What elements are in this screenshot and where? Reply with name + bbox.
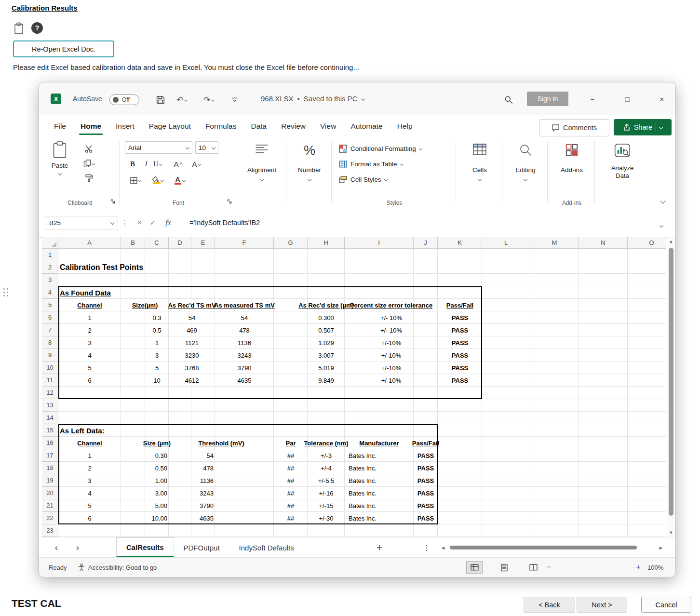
ribbon-tab-data[interactable]: Data	[243, 115, 274, 137]
addins-button[interactable]: Add-ins	[550, 137, 593, 209]
redo-icon[interactable]: ↷	[202, 94, 215, 106]
sheet-cell-H8[interactable]: 1.029	[308, 336, 345, 349]
sheet-cell-A6[interactable]: 1	[58, 311, 121, 324]
sheet-cell-G17[interactable]: ##	[274, 449, 308, 462]
sheet-cell-F9[interactable]: 3243	[215, 349, 274, 362]
sheet-cell-A20[interactable]: 4	[58, 487, 121, 499]
ribbon-tab-view[interactable]: View	[313, 115, 343, 137]
sign-in-button[interactable]: Sign in	[527, 92, 568, 106]
ribbon-tab-page-layout[interactable]: Page Layout	[142, 115, 198, 137]
sheet-cell-I20[interactable]: Bates Inc.	[345, 487, 414, 499]
vertical-scrollbar[interactable]: ▲ ▼	[667, 237, 675, 537]
sheet-cell-H21[interactable]: +/-15	[308, 499, 345, 512]
sheet-cell-C19[interactable]: 1.00	[145, 474, 169, 487]
sheet-cell-A18[interactable]: 2	[58, 462, 121, 474]
sheet-cell-C21[interactable]: 5.00	[145, 499, 169, 512]
sheet-cell-I9[interactable]: +/-10%	[345, 349, 438, 362]
enter-entry-icon[interactable]: ✓	[147, 216, 159, 229]
sheet-cell-K6[interactable]: PASS	[438, 311, 482, 324]
scroll-up-icon[interactable]: ▲	[667, 239, 675, 244]
expand-formula-bar-icon[interactable]	[660, 220, 663, 229]
customize-quick-access-icon[interactable]	[228, 94, 242, 106]
new-sheet-icon[interactable]: +	[373, 537, 386, 558]
sheet-cell-J17[interactable]: PASS	[414, 449, 438, 462]
sheet-cell-K8[interactable]: PASS	[438, 336, 482, 349]
sheet-cell-G19[interactable]: ##	[274, 474, 308, 487]
sheet-cell-E17[interactable]: 54	[191, 449, 215, 462]
sheet-cell-A22[interactable]: 6	[58, 512, 121, 524]
sheet-cell-A10[interactable]: 5	[58, 362, 121, 374]
sheet-cell-A9[interactable]: 4	[58, 349, 121, 362]
sheet-cell-C7[interactable]: 0.5	[145, 324, 169, 336]
sheet-cell-C22[interactable]: 10.00	[145, 512, 169, 524]
sheet-cell-I21[interactable]: Bates Inc.	[345, 499, 414, 512]
underline-button[interactable]: U	[152, 158, 163, 170]
sheet-cell-A19[interactable]: 3	[58, 474, 121, 487]
zoom-level[interactable]: 100%	[647, 558, 663, 577]
formula-input[interactable]: ='IndySoft Defaults'!B2	[189, 216, 260, 229]
scroll-left-icon[interactable]: ◄	[438, 537, 448, 558]
sheet-cell-I7[interactable]: +/- 10%	[345, 324, 438, 336]
sheet-cell-H17[interactable]: +/-3	[308, 449, 345, 462]
cut-button[interactable]	[81, 143, 96, 155]
collapse-ribbon-icon[interactable]	[661, 196, 665, 205]
sheet-cell-F11[interactable]: 4635	[215, 374, 274, 387]
sheet-cell-I6[interactable]: +/- 10%	[345, 311, 438, 324]
sheet-cell-D5[interactable]: As Rec'd TS mV	[169, 299, 215, 311]
number-button[interactable]: % Number	[289, 137, 330, 209]
italic-button[interactable]: I	[140, 158, 152, 170]
sheet-cell-A11[interactable]: 6	[58, 374, 121, 387]
horizontal-scrollbar-thumb[interactable]	[450, 546, 637, 549]
sheet-cell-D11[interactable]: 4612	[169, 374, 215, 387]
sheet-cell-C6[interactable]: 0.3	[145, 311, 169, 324]
sheet-cell-I10[interactable]: +/-10%	[345, 362, 438, 374]
format-painter-button[interactable]	[81, 172, 96, 184]
font-dialog-launcher-icon[interactable]	[227, 197, 232, 206]
sheet-cell-I5[interactable]: Percent size error tolerance	[345, 299, 438, 311]
sheet-cell-G22[interactable]: ##	[274, 512, 308, 524]
sheet-cell-K10[interactable]: PASS	[438, 362, 482, 374]
decrease-font-size-button[interactable]: A	[190, 158, 202, 170]
sheet-cell-C9[interactable]: 3	[145, 349, 169, 362]
sheet-cell-J16[interactable]: Pass/Fail	[414, 437, 438, 449]
next-button[interactable]: Next >	[577, 597, 627, 613]
ribbon-tab-file[interactable]: File	[47, 115, 73, 137]
sheet-cell-H11[interactable]: 9.849	[308, 374, 345, 387]
sheet-cell-A16[interactable]: Channel	[58, 437, 121, 449]
increase-font-size-button[interactable]: A	[172, 158, 184, 170]
reopen-excel-button[interactable]: Re-Open Excel Doc.	[13, 40, 114, 57]
sheet-cell-I11[interactable]: +/-10%	[345, 374, 438, 387]
sheet-cell-H10[interactable]: 5.019	[308, 362, 345, 374]
bold-button[interactable]: B	[127, 158, 138, 170]
clipboard-dialog-launcher-icon[interactable]	[110, 197, 115, 206]
alignment-button[interactable]: Alignment	[239, 137, 285, 209]
sheet-cell-A21[interactable]: 5	[58, 499, 121, 512]
sheet-cell-E20[interactable]: 3243	[191, 487, 215, 499]
clipboard-icon[interactable]	[13, 22, 24, 37]
sheet-cell-F6[interactable]: 54	[215, 311, 274, 324]
sheet-cell-K7[interactable]: PASS	[438, 324, 482, 336]
font-color-button[interactable]: A	[170, 174, 188, 187]
sheet-cell-D6[interactable]: 54	[169, 311, 215, 324]
sheet-cell-E18[interactable]: 478	[191, 462, 215, 474]
sheet-cell-E19[interactable]: 1136	[191, 474, 215, 487]
sheet-cell-C10[interactable]: 5	[145, 362, 169, 374]
insert-function-icon[interactable]: fx	[162, 216, 175, 229]
sheet-cell-F10[interactable]: 3790	[215, 362, 274, 374]
sheet-cell-C16[interactable]: Size (µm)	[145, 437, 169, 449]
share-button[interactable]: Share	[614, 119, 672, 135]
autosave-toggle[interactable]: Off	[109, 94, 139, 105]
borders-button[interactable]	[127, 174, 144, 187]
sheet-cell-C11[interactable]: 10	[145, 374, 169, 387]
drag-handle[interactable]	[3, 288, 8, 296]
sheet-cell-E22[interactable]: 4635	[191, 512, 215, 524]
close-icon[interactable]: ×	[656, 93, 668, 105]
sheet-cell-A2[interactable]: Calibration Test Points	[58, 261, 191, 274]
share-dropdown-icon[interactable]	[659, 125, 663, 129]
previous-sheet-icon[interactable]: ‹	[50, 537, 63, 558]
spreadsheet-grid[interactable]: ABCDEFGHIJKLMNO1234567891011121314151617…	[42, 237, 666, 537]
paste-button[interactable]: Paste	[46, 141, 74, 191]
sheet-cell-I19[interactable]: Bates Inc.	[345, 474, 414, 487]
ribbon-tab-formulas[interactable]: Formulas	[198, 115, 244, 137]
sheet-cell-C18[interactable]: 0.50	[145, 462, 169, 474]
